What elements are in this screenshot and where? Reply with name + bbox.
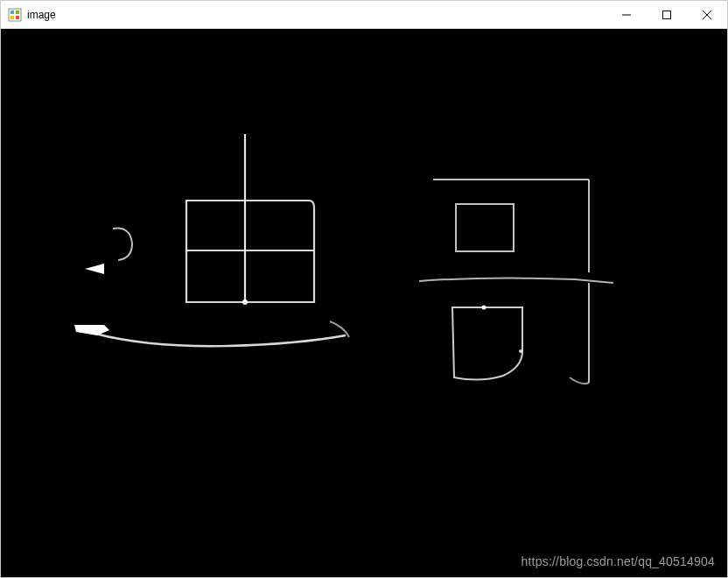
image-viewport: https://blog.csdn.net/qq_40514904	[1, 29, 727, 577]
maximize-icon	[662, 11, 671, 19]
svg-rect-1	[10, 11, 14, 14]
watermark-text: https://blog.csdn.net/qq_40514904	[522, 554, 715, 568]
svg-point-16	[519, 349, 522, 353]
edge-image	[1, 29, 727, 577]
svg-point-11	[242, 300, 248, 305]
window-title: image	[27, 9, 56, 21]
svg-rect-3	[10, 16, 14, 19]
titlebar[interactable]: image	[1, 1, 727, 29]
app-window: image	[0, 0, 728, 578]
svg-rect-4	[16, 16, 19, 19]
svg-rect-6	[663, 11, 671, 18]
maximize-button[interactable]	[647, 1, 687, 28]
close-icon	[703, 11, 711, 19]
svg-point-15	[482, 306, 486, 310]
minimize-icon	[622, 11, 631, 19]
close-button[interactable]	[687, 1, 727, 28]
svg-rect-2	[16, 11, 19, 14]
app-icon	[8, 8, 22, 22]
minimize-button[interactable]	[606, 1, 647, 28]
window-controls	[606, 1, 727, 28]
